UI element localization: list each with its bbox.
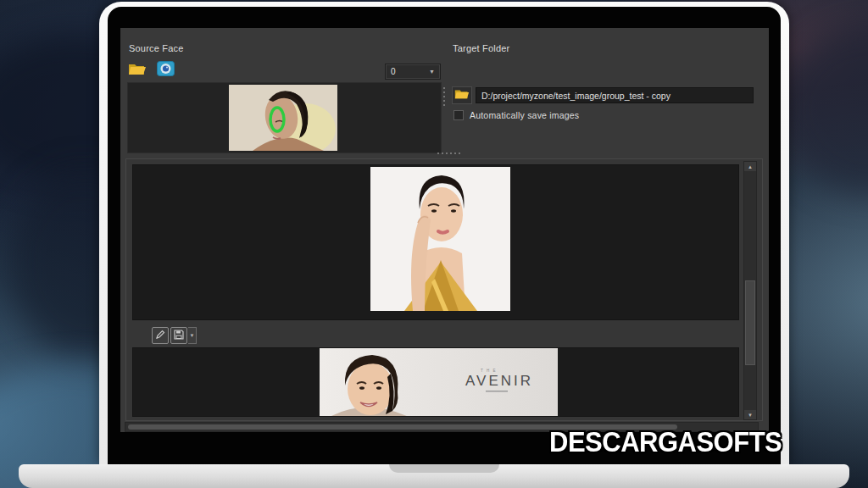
camera-icon bbox=[157, 61, 175, 80]
laptop-screen-frame: Source Face bbox=[99, 2, 789, 464]
save-result-button[interactable] bbox=[170, 327, 187, 344]
face-index-dropdown[interactable]: 0 ▼ bbox=[385, 64, 441, 80]
chevron-down-icon: ▼ bbox=[190, 333, 195, 338]
edit-result-button[interactable] bbox=[152, 327, 169, 344]
chevron-down-icon: ▼ bbox=[429, 69, 435, 75]
target-image-panel: T H E AVENIR bbox=[132, 347, 739, 417]
source-face-thumbnail[interactable] bbox=[229, 85, 337, 151]
triangle-up-icon: ▲ bbox=[748, 164, 753, 169]
laptop-lid-notch bbox=[389, 464, 499, 473]
target-photo: T H E AVENIR bbox=[320, 348, 558, 417]
source-face-strip bbox=[127, 82, 442, 153]
desktop-wallpaper: Source Face bbox=[0, 0, 868, 488]
watermark-text: DESCARGASOFTS bbox=[549, 426, 782, 459]
camera-capture-button[interactable] bbox=[155, 62, 175, 79]
pencil-icon bbox=[155, 328, 165, 343]
save-icon bbox=[174, 328, 184, 343]
vertical-scrollbar[interactable]: ▲ ▼ bbox=[743, 161, 757, 420]
panel-splitter-horizontal-handle[interactable] bbox=[437, 152, 460, 154]
vertical-scrollbar-thumb[interactable] bbox=[745, 280, 755, 365]
open-source-folder-button[interactable] bbox=[127, 62, 147, 79]
faceswap-app-window: Source Face bbox=[120, 28, 769, 432]
folder-icon bbox=[128, 62, 147, 80]
source-face-label: Source Face bbox=[129, 43, 184, 53]
folder-icon bbox=[454, 88, 470, 103]
target-folder-path-field[interactable]: D:/project/myzone/test_image/group_test … bbox=[476, 87, 754, 103]
result-photo bbox=[370, 167, 510, 311]
scroll-up-button[interactable]: ▲ bbox=[744, 162, 756, 171]
result-image-panel bbox=[132, 164, 739, 320]
target-folder-label: Target Folder bbox=[453, 43, 509, 53]
autosave-label: Automatically save images bbox=[470, 110, 579, 120]
cloud-decoration bbox=[780, 25, 868, 195]
avenir-brand-text: AVENIR bbox=[465, 373, 533, 389]
save-options-button[interactable]: ▼ bbox=[188, 327, 197, 344]
panel-splitter-vertical-handle[interactable] bbox=[443, 87, 445, 106]
laptop-base bbox=[19, 464, 849, 488]
triangle-down-icon: ▼ bbox=[748, 413, 753, 418]
autosave-checkbox[interactable] bbox=[453, 110, 464, 120]
source-face-photo bbox=[229, 85, 337, 151]
scroll-down-button[interactable]: ▼ bbox=[744, 410, 756, 419]
face-index-value: 0 bbox=[391, 67, 396, 76]
laptop-bezel: Source Face bbox=[108, 7, 781, 464]
open-target-folder-button[interactable] bbox=[452, 86, 472, 104]
results-scroll-area: ▼ bbox=[125, 158, 763, 421]
